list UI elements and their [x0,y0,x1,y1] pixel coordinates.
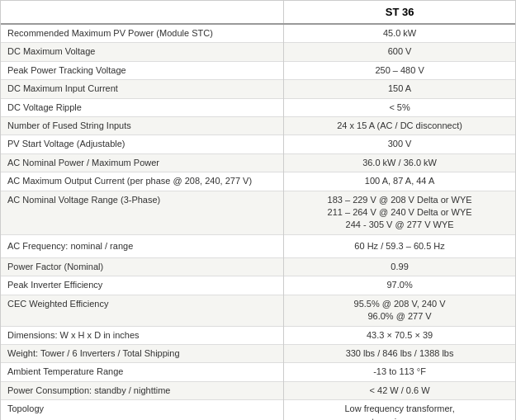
table-row: DC Voltage Ripple< 5% [1,98,515,116]
spec-value: 150 A [284,80,515,98]
spec-value: 300 V [284,135,515,153]
table-row: DC Maximum Voltage600 V [1,43,515,61]
table-row: AC Maximum Output Current (per phase @ 2… [1,172,515,191]
table-row: Peak Power Tracking Voltage250 – 480 V [1,61,515,79]
spec-value: -13 to 113 °F [284,363,515,381]
spec-label: AC Nominal Power / Maximum Power [1,153,284,172]
spec-value: 60 Hz / 59.3 – 60.5 Hz [284,234,515,257]
spec-label: Number of Fused String Inputs [1,116,284,134]
spec-value: 183 – 229 V @ 208 V Delta or WYE211 – 26… [284,191,515,234]
spec-value: < 5% [284,98,515,116]
spec-label: Ambient Temperature Range [1,363,284,381]
spec-value: 24 x 15 A (AC / DC disconnect) [284,116,515,134]
table-row: AC Frequency: nominal / range60 Hz / 59.… [1,234,515,257]
table-row: PV Start Voltage (Adjustable)300 V [1,135,515,153]
spec-value: 43.3 × 70.5 × 39 [284,326,515,344]
spec-table: ST 36 Recommended Maximum PV Power (Modu… [1,1,515,420]
table-row: AC Nominal Power / Maximum Power36.0 kW … [1,153,515,172]
table-row: Weight: Tower / 6 Inverters / Total Ship… [1,345,515,363]
spec-value: Low frequency transformer,true sinewave [284,400,515,420]
table-row: Recommended Maximum PV Power (Module STC… [1,24,515,43]
spec-label: PV Start Voltage (Adjustable) [1,135,284,153]
table-header-row: ST 36 [1,1,515,24]
spec-value: 45.0 kW [284,24,515,43]
spec-value: 36.0 kW / 36.0 kW [284,153,515,172]
spec-label: AC Maximum Output Current (per phase @ 2… [1,172,284,191]
spec-label: CEC Weighted Efficiency [1,295,284,326]
spec-value: 600 V [284,43,515,61]
spec-label: DC Maximum Input Current [1,80,284,98]
table-row: Dimensions: W x H x D in inches43.3 × 70… [1,326,515,344]
table-row: TopologyLow frequency transformer,true s… [1,400,515,420]
spec-value: 250 – 480 V [284,61,515,79]
spec-value: 95.5% @ 208 V, 240 V96.0% @ 277 V [284,295,515,326]
table-row: Number of Fused String Inputs24 x 15 A (… [1,116,515,134]
spec-value: 0.99 [284,258,515,276]
spec-label: Weight: Tower / 6 Inverters / Total Ship… [1,345,284,363]
table-row: Peak Inverter Efficiency97.0% [1,276,515,295]
spec-label: AC Frequency: nominal / range [1,234,284,257]
table-row: DC Maximum Input Current150 A [1,80,515,98]
spec-value: 330 lbs / 846 lbs / 1388 lbs [284,345,515,363]
table-row: AC Nominal Voltage Range (3-Phase)183 – … [1,191,515,234]
spec-value: 100 A, 87 A, 44 A [284,172,515,191]
spec-label: Peak Inverter Efficiency [1,276,284,295]
spec-label: Recommended Maximum PV Power (Module STC… [1,24,284,43]
table-row: Power Factor (Nominal)0.99 [1,258,515,276]
table-row: CEC Weighted Efficiency95.5% @ 208 V, 24… [1,295,515,326]
header-col1 [1,1,284,24]
header-col2: ST 36 [284,1,515,24]
spec-value: < 42 W / 0.6 W [284,381,515,399]
spec-label: Power Factor (Nominal) [1,258,284,276]
spec-value: 97.0% [284,276,515,295]
spec-label: Dimensions: W x H x D in inches [1,326,284,344]
spec-label: AC Nominal Voltage Range (3-Phase) [1,191,284,234]
spec-label: DC Voltage Ripple [1,98,284,116]
spec-label: Peak Power Tracking Voltage [1,61,284,79]
table-row: Power Consumption: standby / nighttime< … [1,381,515,399]
spec-table-container: ST 36 Recommended Maximum PV Power (Modu… [0,0,516,420]
spec-label: Topology [1,400,284,420]
spec-label: DC Maximum Voltage [1,43,284,61]
spec-label: Power Consumption: standby / nighttime [1,381,284,399]
table-row: Ambient Temperature Range-13 to 113 °F [1,363,515,381]
